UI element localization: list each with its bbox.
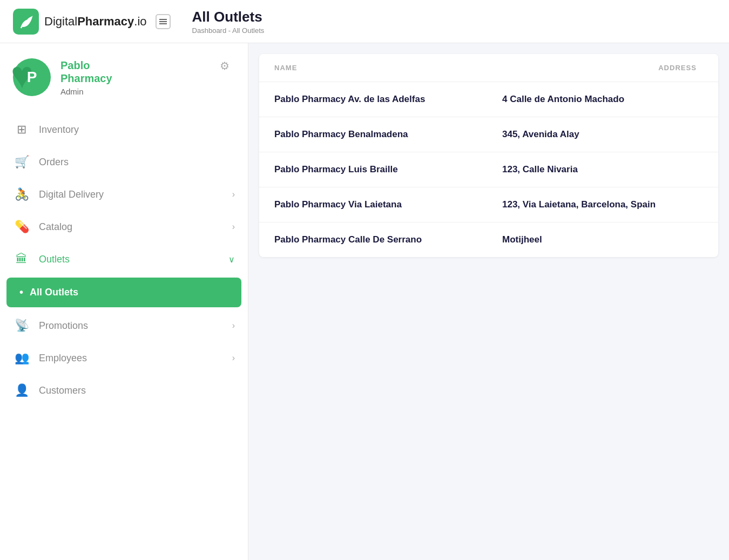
leaf-icon [18,14,34,30]
gear-icon[interactable]: ⚙ [220,59,235,75]
outlet-name: Pablo Pharmacy Av. de las Adelfas [259,82,487,117]
toggle-icon [159,18,167,25]
chevron-down-icon: ∨ [228,254,235,265]
sidebar-item-inventory[interactable]: ⊞ Inventory [0,113,248,146]
content-area: NAME ADDRESS Pablo Pharmacy Av. de las A… [248,43,729,560]
outlets-icon: 🏛 [13,251,30,268]
logo-text: DigitalPharmacy.io [44,15,147,29]
profile-section: P Pablo Pharmacy Admin ⚙ [0,43,248,109]
table-row[interactable]: Pablo Pharmacy Calle De Serrano Motijhee… [259,222,718,258]
col-header-address: ADDRESS [487,54,718,82]
inventory-icon: ⊞ [13,121,30,138]
page-title: All Outlets [192,9,265,25]
breadcrumb: Dashboard - All Outlets [192,26,265,35]
outlet-address: 345, Avenida Alay [487,117,718,152]
chevron-right-icon: › [232,321,235,330]
svg-rect-2 [159,23,167,24]
logo-icon [13,9,39,35]
sidebar: P Pablo Pharmacy Admin ⚙ ⊞ Inventory 🛒 O… [0,43,248,560]
outlet-address: 123, Via Laietana, Barcelona, Spain [487,187,718,222]
digital-delivery-icon: 🚴 [13,186,30,203]
sidebar-item-digital-delivery[interactable]: 🚴 Digital Delivery › [0,178,248,211]
table-row[interactable]: Pablo Pharmacy Av. de las Adelfas 4 Call… [259,82,718,117]
chevron-right-icon: › [232,353,235,363]
main-layout: P Pablo Pharmacy Admin ⚙ ⊞ Inventory 🛒 O… [0,43,729,560]
outlet-address: Motijheel [487,222,718,258]
logo-area: DigitalPharmacy.io [13,9,171,35]
outlet-name: Pablo Pharmacy Luis Braille [259,152,487,187]
outlet-address: 4 Calle de Antonio Machado [487,82,718,117]
customers-icon: 👤 [13,382,30,399]
orders-icon: 🛒 [13,153,30,171]
chevron-right-icon: › [232,222,235,232]
catalog-icon: 💊 [13,218,30,235]
profile-role: Admin [60,87,235,96]
sidebar-item-promotions[interactable]: 📡 Promotions › [0,309,248,342]
avatar: P [13,58,51,96]
outlets-panel: NAME ADDRESS Pablo Pharmacy Av. de las A… [259,54,718,257]
sidebar-toggle[interactable] [156,14,171,29]
header: DigitalPharmacy.io All Outlets Dashboard… [0,0,729,43]
sidebar-item-all-outlets[interactable]: • All Outlets [6,278,241,307]
svg-rect-1 [159,21,167,22]
outlets-table: NAME ADDRESS Pablo Pharmacy Av. de las A… [259,54,718,257]
sidebar-item-outlets[interactable]: 🏛 Outlets ∨ [0,243,248,275]
chevron-right-icon: › [232,190,235,199]
promotions-icon: 📡 [13,317,30,334]
page-title-area: All Outlets Dashboard - All Outlets [192,9,265,35]
bullet-icon: • [19,286,23,299]
table-row[interactable]: Pablo Pharmacy Luis Braille 123, Calle N… [259,152,718,187]
outlet-name: Pablo Pharmacy Via Laietana [259,187,487,222]
sidebar-item-orders[interactable]: 🛒 Orders [0,146,248,178]
profile-info: Pablo Pharmacy Admin [60,59,235,96]
table-row[interactable]: Pablo Pharmacy Benalmadena 345, Avenida … [259,117,718,152]
sidebar-item-customers[interactable]: 👤 Customers [0,374,248,407]
outlet-name: Pablo Pharmacy Benalmadena [259,117,487,152]
sidebar-item-employees[interactable]: 👥 Employees › [0,342,248,374]
sidebar-item-catalog[interactable]: 💊 Catalog › [0,211,248,243]
col-header-name: NAME [259,54,487,82]
employees-icon: 👥 [13,349,30,367]
outlet-address: 123, Calle Nivaria [487,152,718,187]
table-row[interactable]: Pablo Pharmacy Via Laietana 123, Via Lai… [259,187,718,222]
svg-rect-0 [159,19,167,20]
nav-section: ⊞ Inventory 🛒 Orders 🚴 Digital Delivery … [0,109,248,411]
outlet-name: Pablo Pharmacy Calle De Serrano [259,222,487,258]
profile-name: Pablo Pharmacy [60,59,235,85]
